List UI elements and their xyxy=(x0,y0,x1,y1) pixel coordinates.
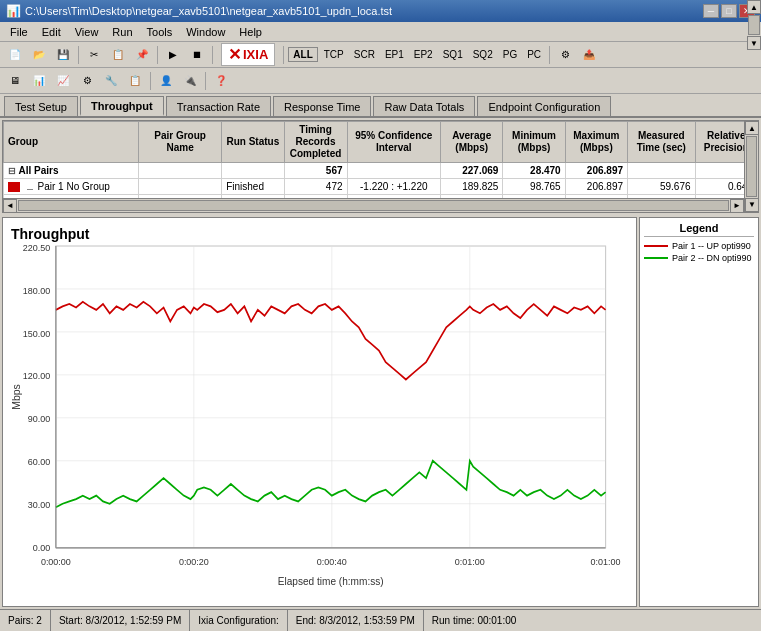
pc-button[interactable]: PC xyxy=(523,47,545,62)
pairs-text: Pairs: 2 xyxy=(8,615,42,626)
tab-test-setup[interactable]: Test Setup xyxy=(4,96,78,116)
scroll-right[interactable]: ► xyxy=(730,199,744,213)
ixia-config-text: Ixia Configuration: xyxy=(198,615,279,626)
tab-response-time[interactable]: Response Time xyxy=(273,96,371,116)
run-button[interactable]: ▶ xyxy=(162,45,184,65)
cell-measured-time xyxy=(628,163,696,179)
legend-pair1-line xyxy=(644,245,668,247)
scr-button[interactable]: SCR xyxy=(350,47,379,62)
tb2-btn1[interactable]: 🖥 xyxy=(4,71,26,91)
x-label: 0:00:00 xyxy=(41,557,71,567)
paste-button[interactable]: 📌 xyxy=(131,45,153,65)
cell-maximum: 206.897 xyxy=(565,163,627,179)
app-icon: 📊 xyxy=(6,4,21,18)
tab-transaction-rate[interactable]: Transaction Rate xyxy=(166,96,271,116)
col-maximum: Maximum (Mbps) xyxy=(565,122,627,163)
title-bar: 📊 C:\Users\Tim\Desktop\netgear_xavb5101\… xyxy=(0,0,761,22)
open-button[interactable]: 📂 xyxy=(28,45,50,65)
menu-view[interactable]: View xyxy=(69,24,105,40)
legend-scroll-up[interactable]: ▲ xyxy=(747,0,761,14)
menu-file[interactable]: File xyxy=(4,24,34,40)
menu-window[interactable]: Window xyxy=(180,24,231,40)
scroll-left[interactable]: ◄ xyxy=(3,199,17,213)
chart-svg: 220.50 180.00 150.00 120.00 90.00 60.00 … xyxy=(11,246,628,594)
cell-pair1-confidence: -1.220 : +1.220 xyxy=(347,179,441,195)
start-text: Start: 8/3/2012, 1:52:59 PM xyxy=(59,615,181,626)
y-label: 0.00 xyxy=(33,543,50,553)
tb2-btn5[interactable]: 🔧 xyxy=(100,71,122,91)
cell-average: 227.069 xyxy=(441,163,503,179)
menu-tools[interactable]: Tools xyxy=(141,24,179,40)
tb2-btn8[interactable]: 🔌 xyxy=(179,71,201,91)
menu-help[interactable]: Help xyxy=(233,24,268,40)
expand-icon[interactable]: ⊟ xyxy=(8,166,16,176)
col-average: Average (Mbps) xyxy=(441,122,503,163)
y-axis-title: Mbps xyxy=(11,384,22,410)
status-run-time: Run time: 00:01:00 xyxy=(424,610,525,631)
legend-scroll-down[interactable]: ▼ xyxy=(747,36,761,50)
ep1-button[interactable]: EP1 xyxy=(381,47,408,62)
table-row: ⊟ All Pairs 567 227.069 28.470 206.897 xyxy=(4,163,758,179)
cell-run-status xyxy=(222,163,284,179)
toolbar-sep-4 xyxy=(283,46,284,64)
x-label: 0:01:00 xyxy=(455,557,485,567)
table-row: Pair 1 No Group Finished 472 -1.220 : +1… xyxy=(4,179,758,195)
status-pairs: Pairs: 2 xyxy=(0,610,51,631)
tb2-btn2[interactable]: 📊 xyxy=(28,71,50,91)
title-text: C:\Users\Tim\Desktop\netgear_xavb5101\ne… xyxy=(25,5,392,17)
col-minimum: Minimum (Mbps) xyxy=(503,122,565,163)
all-pairs-label: All Pairs xyxy=(18,165,58,176)
copy-button[interactable]: 📋 xyxy=(107,45,129,65)
legend-scroll-thumb[interactable] xyxy=(748,15,760,35)
ixia-logo: ✕ IXIA xyxy=(221,43,275,66)
tab-endpoint-config[interactable]: Endpoint Configuration xyxy=(477,96,611,116)
run-time-text: Run time: 00:01:00 xyxy=(432,615,517,626)
cut-button[interactable]: ✂ xyxy=(83,45,105,65)
legend-container: Legend Pair 1 -- UP opti990 Pair 2 -- DN… xyxy=(639,217,759,607)
toolbar-sep-2 xyxy=(157,46,158,64)
col-records: Timing Records Completed xyxy=(284,122,347,163)
tb2-btn7[interactable]: 👤 xyxy=(155,71,177,91)
stop-button[interactable]: ⏹ xyxy=(186,45,208,65)
tb2-btn9[interactable]: ❓ xyxy=(210,71,232,91)
scroll-thumb-h[interactable] xyxy=(18,200,729,211)
tab-raw-data[interactable]: Raw Data Totals xyxy=(373,96,475,116)
y-label: 180.00 xyxy=(23,285,50,295)
config-button[interactable]: ⚙ xyxy=(554,45,576,65)
status-end: End: 8/3/2012, 1:53:59 PM xyxy=(288,610,424,631)
ep2-button[interactable]: EP2 xyxy=(410,47,437,62)
y-label: 120.00 xyxy=(23,371,50,381)
menu-edit[interactable]: Edit xyxy=(36,24,67,40)
export-button[interactable]: 📤 xyxy=(578,45,600,65)
sq2-button[interactable]: SQ2 xyxy=(469,47,497,62)
tab-throughput[interactable]: Throughput xyxy=(80,96,164,116)
cell-pair-group xyxy=(139,163,222,179)
tcp-button[interactable]: TCP xyxy=(320,47,348,62)
pg-button[interactable]: PG xyxy=(499,47,521,62)
table-scrollbar-h[interactable]: ◄ ► xyxy=(3,198,744,212)
chart-container: Throughput xyxy=(2,217,637,607)
all-proto-button[interactable]: ALL xyxy=(288,47,317,62)
status-ixia-config: Ixia Configuration: xyxy=(190,610,288,631)
toolbar-sep-1 xyxy=(78,46,79,64)
cell-minimum: 28.470 xyxy=(503,163,565,179)
minimize-button[interactable]: ─ xyxy=(703,4,719,18)
chart-bg xyxy=(56,246,606,548)
cell-pair1-group: Pair 1 No Group xyxy=(4,179,139,195)
pair1-icon xyxy=(8,182,20,192)
tb2-btn4[interactable]: ⚙ xyxy=(76,71,98,91)
cell-pair1-pair-group xyxy=(139,179,222,195)
tb2-btn3[interactable]: 📈 xyxy=(52,71,74,91)
chart-title: Throughput xyxy=(11,226,628,242)
save-button[interactable]: 💾 xyxy=(52,45,74,65)
chart-area: Throughput xyxy=(2,217,759,607)
new-button[interactable]: 📄 xyxy=(4,45,26,65)
legend-title: Legend xyxy=(644,222,754,237)
sq1-button[interactable]: SQ1 xyxy=(439,47,467,62)
maximize-button[interactable]: □ xyxy=(721,4,737,18)
cell-records: 567 xyxy=(284,163,347,179)
toolbar-sep-5 xyxy=(549,46,550,64)
pair1-dash xyxy=(27,189,33,190)
menu-run[interactable]: Run xyxy=(106,24,138,40)
tb2-btn6[interactable]: 📋 xyxy=(124,71,146,91)
